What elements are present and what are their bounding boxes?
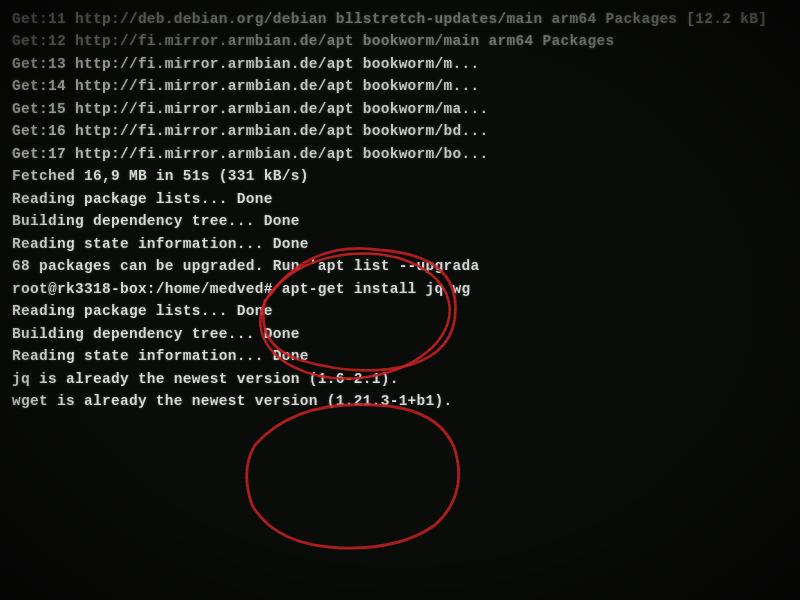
terminal-line: Fetched 16,9 MB in 51s (331 kB/s) [12,165,788,187]
terminal-window: Get:11 http://deb.debian.org/debian blls… [0,0,800,600]
terminal-line: Reading state information... Done [12,345,788,367]
terminal-line: Get:13 http://fi.mirror.armbian.de/apt b… [12,53,788,75]
terminal-line: wget is already the newest version (1.21… [12,390,788,412]
terminal-line: Reading package lists... Done [12,188,788,210]
terminal-line: Get:17 http://fi.mirror.armbian.de/apt b… [12,143,788,165]
terminal-line: 68 packages can be upgraded. Run 'apt li… [12,255,788,277]
terminal-line: jq is already the newest version (1.6-2.… [12,368,788,390]
terminal-line: Get:12 http://fi.mirror.armbian.de/apt b… [12,30,788,52]
terminal-line: Reading package lists... Done [12,300,788,322]
terminal-line: Building dependency tree... Done [12,323,788,345]
terminal-line: root@rk3318-box:/home/medved# apt-get in… [12,278,788,300]
terminal-line: Get:14 http://fi.mirror.armbian.de/apt b… [12,75,788,97]
terminal-line: Get:11 http://deb.debian.org/debian blls… [12,8,788,30]
terminal-output: Get:11 http://deb.debian.org/debian blls… [0,0,800,420]
terminal-line: Get:15 http://fi.mirror.armbian.de/apt b… [12,98,788,120]
terminal-line: Get:16 http://fi.mirror.armbian.de/apt b… [12,120,788,142]
terminal-line: Building dependency tree... Done [12,210,788,232]
terminal-line: Reading state information... Done [12,233,788,255]
